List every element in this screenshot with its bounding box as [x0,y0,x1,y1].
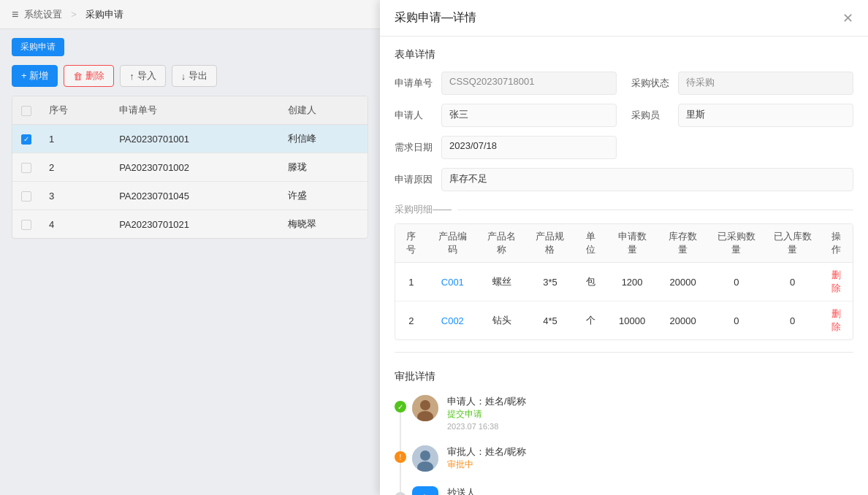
row-checkbox[interactable] [21,191,31,202]
col-seq: 序号 [395,224,427,263]
cell-creator: 滕珑 [279,153,368,182]
toolbar: + 新增 🗑 删除 ↑ 导入 ↓ 导出 [12,65,368,87]
delete-button[interactable]: 🗑 删除 [64,65,114,87]
request-no-value: CSSQ20230718001 [441,72,617,95]
col-index: 序号 [40,96,110,125]
col-req-qty: 申请数量 [606,224,658,263]
col-no: 申请单号 [110,96,279,125]
status-value: 待采购 [678,72,853,95]
section-divider [395,352,853,353]
svg-point-4 [420,450,430,461]
date-label: 需求日期 [395,141,435,154]
page-tab[interactable]: 采购申请 [12,38,64,56]
col-unit: 单位 [574,224,606,263]
detail-cell-spec: 4*5 [526,302,575,340]
form-section-title: 表单详情 [395,48,853,61]
table-row[interactable]: 4 PA20230701021 梅晓翠 [12,210,368,239]
applicant-value: 张三 [441,104,617,127]
cc-icon: ✈ [412,486,438,495]
buyer-value: 里斯 [678,104,853,127]
export-button[interactable]: ↓ 导出 [172,65,218,87]
timeline-item-cc: ✈ 抄送人 共抄送2人 ▾ [412,486,853,495]
detail-cell-action: 删除 [821,263,853,302]
top-nav: ≡ 系统设置 > 采购申请 [0,0,380,29]
col-in-qty: 已入库数量 [764,224,821,263]
nav-system: 系统设置 [24,8,62,21]
purchase-detail-table: 序号 产品编码 产品名称 产品规格 单位 申请数量 库存数量 已采购数量 已入库… [395,223,853,340]
applicant-field: 申请人 张三 [395,104,617,127]
detail-cell-purchased-qty: 0 [708,302,764,340]
submitter-content: 申请人：姓名/昵称 提交申请 2023.07 16:38 [447,395,853,431]
detail-cell-name: 钻头 [478,302,526,340]
timeline: ✓ 申请人：姓名/昵称 提交申请 2023.07 16:38 [395,395,853,495]
cell-no: PA20230701001 [110,125,279,153]
detail-cell-action: 删除 [821,302,853,340]
applicant-label: 申请人 [395,109,435,122]
col-stock-qty: 库存数量 [658,224,709,263]
col-action: 操作 [821,224,853,263]
detail-cell-purchased-qty: 0 [708,263,764,302]
timeline-line-2 [400,463,401,492]
product-code-link[interactable]: C001 [441,277,464,288]
submitter-status: 提交申请 [447,408,853,421]
nav-current: 采购申请 [85,8,123,21]
product-code-link[interactable]: C002 [441,315,464,326]
delete-row-link[interactable]: 删除 [831,269,841,293]
approver-content: 审批人：姓名/昵称 审批中 [447,445,853,471]
buyer-label: 采购员 [631,109,672,122]
row-checkbox[interactable] [21,163,31,173]
cell-creator: 利信峰 [279,125,368,153]
new-button[interactable]: + 新增 [12,65,58,87]
timeline-dot-gray [395,492,406,495]
detail-cell-stock-qty: 20000 [658,302,709,340]
col-creator: 创建人 [279,96,368,125]
import-button[interactable]: ↑ 导入 [120,65,166,87]
reason-field: 申请原因 库存不足 [395,168,853,191]
close-button[interactable]: ✕ [842,12,853,25]
main-table: 序号 申请单号 创建人 ✓ 1 PA20230701001 利信峰 2 PA20… [12,96,368,239]
table-row[interactable]: ✓ 1 PA20230701001 利信峰 [12,125,368,153]
approval-title: 审批详情 [395,370,853,383]
export-icon: ↓ [181,71,186,82]
detail-cell-unit: 个 [574,302,606,340]
detail-title: 采购申请—详情 [395,10,476,26]
cell-index: 1 [40,125,110,153]
timeline-item-approver: ! 审批人：姓名/昵称 审批中 [412,445,853,472]
detail-cell-name: 螺丝 [478,263,526,302]
select-all-header [12,96,40,125]
cell-no: PA20230701002 [110,153,279,182]
detail-cell-req-qty: 1200 [606,263,658,302]
detail-body: 表单详情 申请单号 CSSQ20230718001 采购状态 待采购 申请人 张… [380,37,868,495]
table-row[interactable]: 3 PA20230701045 许盛 [12,182,368,210]
detail-cell-req-qty: 10000 [606,302,658,340]
detail-cell-in-qty: 0 [764,263,821,302]
detail-cell-in-qty: 0 [764,302,821,340]
cell-no: PA20230701021 [110,210,279,239]
select-all-checkbox[interactable] [21,106,31,116]
col-prod-spec: 产品规格 [526,224,575,263]
cell-index: 2 [40,153,110,182]
detail-cell-index: 1 [395,263,427,302]
submitter-name: 申请人：姓名/昵称 [447,395,853,408]
import-icon: ↑ [129,71,134,82]
menu-icon[interactable]: ≡ [12,8,18,21]
date-value: 2023/07/18 [441,136,617,159]
reason-label: 申请原因 [395,173,435,186]
delete-row-link[interactable]: 删除 [831,308,841,332]
submitter-time: 2023.07 16:38 [447,422,853,431]
table-row[interactable]: 2 PA20230701002 滕珑 [12,153,368,182]
submitter-avatar [412,395,438,421]
col-prod-code: 产品编码 [427,224,478,263]
cc-content: 抄送人 共抄送2人 ▾ [447,486,853,495]
svg-point-1 [420,400,430,410]
row-checkbox[interactable]: ✓ [21,134,31,145]
col-prod-name: 产品名称 [478,224,526,263]
detail-cell-index: 2 [395,302,427,340]
detail-cell-unit: 包 [574,263,606,302]
row-checkbox[interactable] [21,220,31,230]
timeline-dot-orange: ! [395,451,406,463]
trash-icon: 🗑 [73,71,83,82]
cell-index: 4 [40,210,110,239]
timeline-line [400,412,401,451]
approver-name: 审批人：姓名/昵称 [447,445,853,458]
